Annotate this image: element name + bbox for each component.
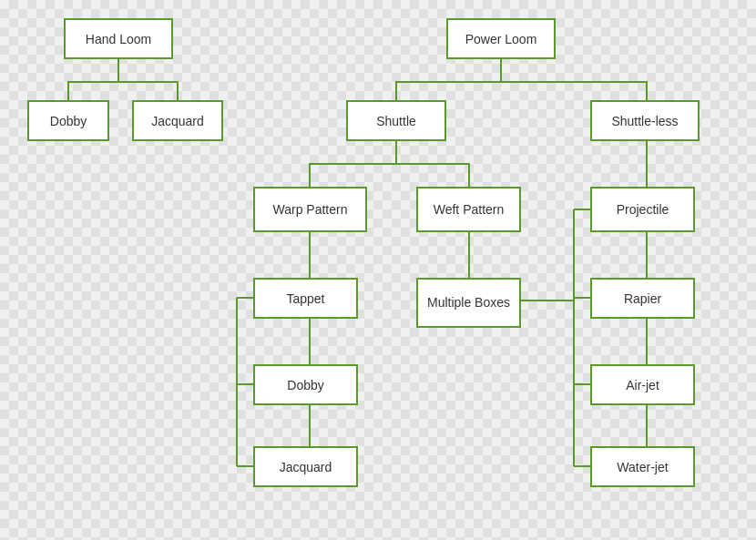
power-loom-node: Power Loom bbox=[446, 18, 556, 59]
jacquard-node: Jacquard bbox=[132, 100, 223, 141]
tappet-node: Tappet bbox=[253, 278, 358, 319]
water-jet-node: Water-jet bbox=[590, 446, 695, 487]
dobby2-node: Dobby bbox=[253, 364, 358, 405]
jacquard2-node: Jacquard bbox=[253, 446, 358, 487]
projectile-node: Projectile bbox=[590, 187, 695, 232]
warp-pattern-node: Warp Pattern bbox=[253, 187, 367, 232]
shuttle-node: Shuttle bbox=[346, 100, 446, 141]
air-jet-node: Air-jet bbox=[590, 364, 695, 405]
diagram: Hand Loom Power Loom Dobby Jacquard Shut… bbox=[0, 0, 756, 540]
shuttle-less-node: Shuttle-less bbox=[590, 100, 700, 141]
weft-pattern-node: Weft Pattern bbox=[416, 187, 521, 232]
dobby-node: Dobby bbox=[27, 100, 109, 141]
hand-loom-node: Hand Loom bbox=[64, 18, 173, 59]
rapier-node: Rapier bbox=[590, 278, 695, 319]
multiple-boxes-node: Multiple Boxes bbox=[416, 278, 521, 328]
